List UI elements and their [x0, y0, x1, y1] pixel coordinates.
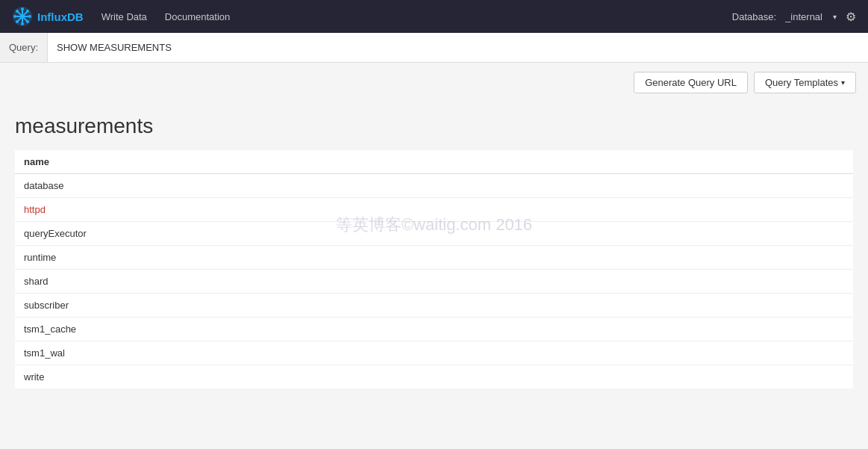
svg-point-5 — [21, 7, 24, 10]
query-templates-label: Query Templates — [765, 77, 838, 88]
table-cell-name: queryExecutor — [15, 222, 853, 246]
query-bar: Query: — [0, 33, 868, 63]
navbar: InfluxDB Write Data Documentation Databa… — [0, 0, 868, 33]
svg-point-10 — [26, 20, 29, 23]
svg-point-8 — [28, 15, 31, 18]
settings-gear-icon[interactable]: ⚙ — [846, 10, 856, 24]
table-cell-name: tsm1_wal — [15, 341, 853, 365]
query-templates-caret-icon: ▾ — [841, 78, 845, 87]
table-cell-name: tsm1_cache — [15, 318, 853, 341]
svg-point-6 — [21, 22, 24, 25]
table-cell-name: runtime — [15, 246, 853, 270]
table-row: tsm1_wal — [15, 341, 853, 365]
svg-point-9 — [16, 10, 19, 13]
influxdb-logo-icon — [12, 6, 33, 27]
table-row: queryExecutor — [15, 222, 853, 246]
brand-name: InfluxDB — [37, 10, 84, 23]
content: measurements name databasehttpdqueryExec… — [0, 102, 868, 400]
svg-point-7 — [13, 15, 16, 18]
svg-point-11 — [26, 10, 29, 13]
table-row: shard — [15, 270, 853, 294]
database-label: Database: — [732, 11, 776, 22]
table-row: database — [15, 174, 853, 198]
database-value[interactable]: _internal — [785, 11, 822, 22]
query-templates-button[interactable]: Query Templates ▾ — [754, 72, 856, 93]
nav-write-data[interactable]: Write Data — [102, 11, 147, 22]
query-input[interactable] — [48, 33, 868, 62]
table-header-name: name — [15, 150, 853, 174]
svg-point-12 — [16, 20, 19, 23]
generate-query-url-button[interactable]: Generate Query URL — [634, 72, 748, 93]
brand: InfluxDB — [12, 6, 84, 27]
table-row: subscriber — [15, 294, 853, 318]
measurements-table: name databasehttpdqueryExecutorruntimesh… — [15, 150, 853, 388]
table-row: write — [15, 365, 853, 389]
toolbar: Generate Query URL Query Templates ▾ — [0, 63, 868, 102]
table-cell-name: shard — [15, 270, 853, 294]
table-row: runtime — [15, 246, 853, 270]
generate-query-url-label: Generate Query URL — [645, 77, 737, 88]
navbar-links: Write Data Documentation — [102, 11, 732, 22]
table-row: httpd — [15, 198, 853, 222]
query-label: Query: — [0, 33, 48, 62]
table-cell-name[interactable]: httpd — [15, 198, 853, 222]
nav-documentation[interactable]: Documentation — [165, 11, 230, 22]
section-title: measurements — [15, 114, 853, 138]
database-caret-icon[interactable]: ▾ — [833, 13, 837, 21]
table-cell-name: subscriber — [15, 294, 853, 318]
table-cell-name: database — [15, 174, 853, 198]
navbar-right: Database: _internal ▾ ⚙ — [732, 10, 856, 24]
table-row: tsm1_cache — [15, 318, 853, 341]
table-cell-name: write — [15, 365, 853, 389]
